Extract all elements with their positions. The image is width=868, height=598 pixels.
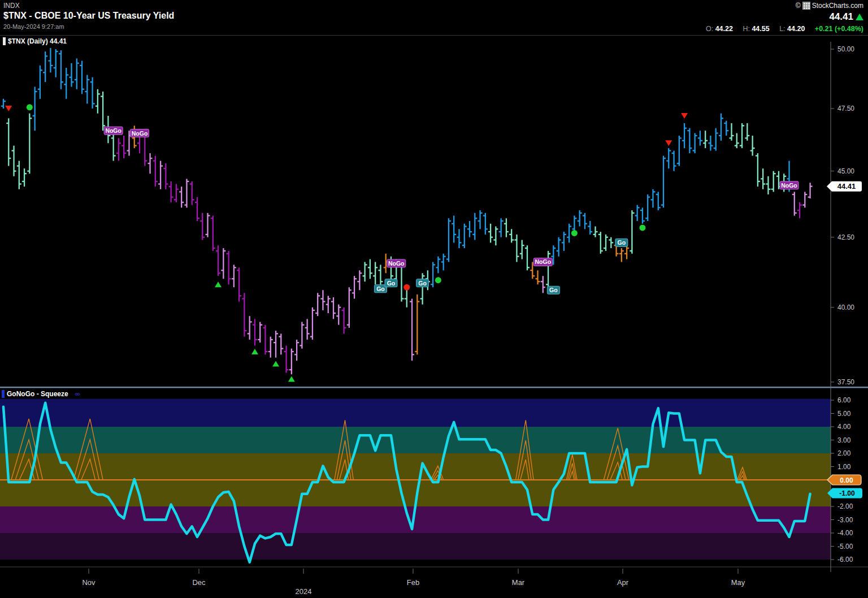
x-axis: NovDecFebMarAprMay2024 xyxy=(82,569,745,596)
squeeze-tick-label: 3.00 xyxy=(837,436,851,444)
price-tick-label: 42.50 xyxy=(837,233,854,241)
squeeze-param: ∞ xyxy=(75,390,80,398)
badge-text: -1.00 xyxy=(839,489,855,497)
price-axis: 50.0047.5045.0042.5040.0037.50 xyxy=(831,45,854,386)
squeeze-tick-label: -5.00 xyxy=(837,543,853,551)
month-label: May xyxy=(731,578,745,587)
squeeze-tick-label: 1.00 xyxy=(837,463,851,471)
main-panel-legend: $TNX (Daily) 44.41 xyxy=(3,37,67,45)
squeeze-tick-label: -4.00 xyxy=(837,529,853,537)
squeeze-tick-label: -2.00 xyxy=(837,502,853,510)
stockcharts-window: INDX $TNX - CBOE 10-Year US Treasury Yie… xyxy=(0,0,868,598)
price-tick-label: 45.00 xyxy=(837,167,854,175)
month-label: Feb xyxy=(407,578,419,587)
chart-surface[interactable] xyxy=(0,36,831,572)
month-label: Mar xyxy=(512,578,525,587)
badge-text: 0.00 xyxy=(840,476,853,484)
legend-swatch-icon xyxy=(2,390,5,398)
squeeze-tick-label: 6.00 xyxy=(837,396,851,404)
squeeze-last-badge: -1.00 xyxy=(827,488,862,499)
chart-canvas[interactable]: NoGoNoGoGoGoNoGoGoNoGoGoGoNoGo50.0047.50… xyxy=(0,0,868,598)
price-tick-label: 50.00 xyxy=(837,45,854,53)
price-tick-label: 37.50 xyxy=(837,378,854,386)
squeeze-tick-label: 5.00 xyxy=(837,410,851,418)
month-label: Dec xyxy=(192,578,206,587)
squeeze-tick-label: -3.00 xyxy=(837,516,853,524)
legend-swatch-icon xyxy=(3,37,6,45)
squeeze-tick-label: 2.00 xyxy=(837,449,851,457)
badge-text: 44.41 xyxy=(837,182,856,190)
squeeze-tick-label: -6.00 xyxy=(837,556,853,564)
squeeze-tick-label: 4.00 xyxy=(837,423,851,431)
squeeze-panel-legend: GoNoGo - Squeeze ∞ xyxy=(2,390,80,398)
price-tick-label: 40.00 xyxy=(837,304,854,311)
last-price-badge: 44.41 xyxy=(827,181,862,192)
month-label: Apr xyxy=(617,578,629,587)
squeeze-legend-text: GoNoGo - Squeeze xyxy=(7,390,68,398)
year-label: 2024 xyxy=(296,587,312,596)
squeeze-zero-badge: 0.00 xyxy=(827,475,861,485)
main-legend-text: $TNX (Daily) 44.41 xyxy=(8,37,67,45)
month-label: Nov xyxy=(82,578,96,587)
price-tick-label: 47.50 xyxy=(837,105,854,112)
